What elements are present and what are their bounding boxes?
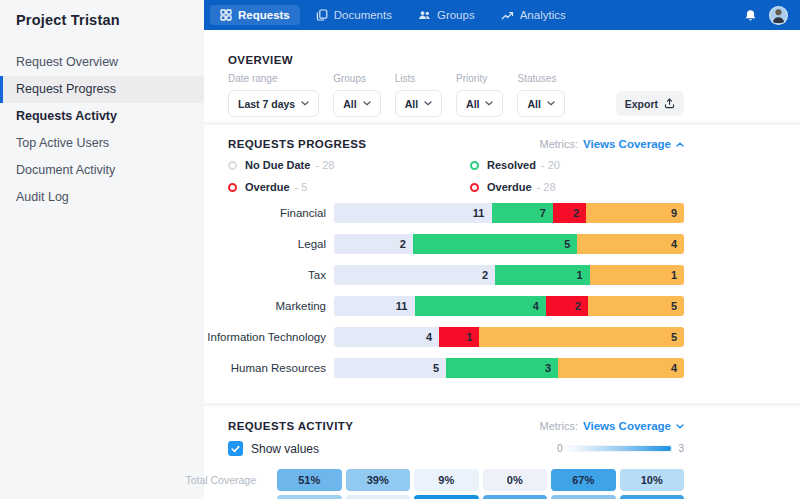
bar-segment-no-due-date[interactable]: 4: [334, 327, 439, 347]
bar-segment-value: 1: [466, 331, 472, 343]
documents-icon: [316, 9, 328, 21]
requests-activity-section: REQUESTS ACTIVITY Metrics: Views Coverag…: [204, 406, 800, 499]
grid-icon: [220, 9, 232, 21]
bar-segment-value: 5: [433, 362, 439, 374]
bell-icon[interactable]: [744, 9, 757, 22]
requests-activity-title: REQUESTS ACTIVITY: [228, 420, 353, 432]
filter-priority-select[interactable]: All: [456, 90, 503, 117]
sidebar-item-requests-activty[interactable]: Requests Activty: [0, 103, 204, 130]
bar-segment-overdue[interactable]: 2: [553, 203, 586, 223]
chevron-down-icon: [424, 101, 432, 106]
filter-groups-select[interactable]: All: [333, 90, 380, 117]
chevron-down-icon: [547, 101, 555, 106]
bar-segment-value: 4: [671, 238, 677, 250]
bar-segment-value: 2: [575, 300, 581, 312]
export-button[interactable]: Export: [616, 91, 684, 116]
metrics-value: Views Coverage: [583, 138, 671, 150]
bar-segment-no-due-date[interactable]: 2: [334, 234, 413, 254]
heatmap-cell[interactable]: 0%: [483, 469, 548, 491]
sidebar-item-top-active-users[interactable]: Top Active Users: [0, 130, 204, 157]
filter-lists: ListsAll: [395, 73, 442, 117]
bar-segment-pending[interactable]: 5: [588, 296, 684, 316]
sidebar-item-document-activity[interactable]: Document Activity: [0, 157, 204, 184]
bar-row-legal: Legal254: [204, 234, 684, 254]
filter-statuses-select[interactable]: All: [517, 90, 564, 117]
groups-icon: [418, 9, 431, 21]
bar-segment-pending[interactable]: 1: [590, 265, 685, 285]
sidebar-item-request-progress[interactable]: Request Progress: [0, 76, 204, 103]
heatmap-cell[interactable]: 12%: [346, 495, 411, 499]
heatmap-cell[interactable]: 67%: [551, 469, 616, 491]
legend-ring-icon: [470, 161, 479, 170]
tab-label: Analytics: [520, 9, 566, 21]
bar-segment-resolved[interactable]: 4: [415, 296, 546, 316]
heatmap-cell[interactable]: 34%: [277, 495, 342, 499]
bar-segment-resolved[interactable]: 3: [446, 358, 558, 378]
coverage-gradient-bar: [568, 445, 672, 452]
bar-segment-resolved[interactable]: 1: [495, 265, 590, 285]
bar-segment-pending[interactable]: 4: [577, 234, 684, 254]
heatmap-cell[interactable]: 38%: [551, 495, 616, 499]
filter-label: Lists: [395, 73, 442, 84]
bar-segment-resolved[interactable]: 7: [492, 203, 553, 223]
tab-groups[interactable]: Groups: [408, 5, 485, 25]
overview-section: OVERVIEW Date rangeLast 7 daysGroupsAllL…: [204, 30, 800, 122]
filter-date-range-select[interactable]: Last 7 days: [228, 90, 319, 117]
bar-segment-no-due-date[interactable]: 5: [334, 358, 446, 378]
metrics-dropdown-activity[interactable]: Metrics: Views Coverage: [539, 420, 684, 432]
filter-statuses: StatusesAll: [517, 73, 564, 117]
bar-segment-value: 5: [564, 238, 570, 250]
bar-segment-value: 7: [540, 207, 546, 219]
show-values-checkbox[interactable]: Show values: [228, 441, 319, 456]
heatmap-row-label-text: Total Coverage: [185, 474, 256, 486]
bar-segment-resolved[interactable]: 5: [413, 234, 578, 254]
filter-label: Statuses: [517, 73, 564, 84]
checkbox-checked-icon[interactable]: [228, 441, 243, 456]
bar-segment-no-due-date[interactable]: 11: [334, 296, 415, 316]
heatmap-cell[interactable]: 78%: [414, 495, 479, 499]
bar-segment-pending[interactable]: 4: [558, 358, 684, 378]
bar-segment-value: 5: [671, 331, 677, 343]
bar-segment-value: 4: [533, 300, 539, 312]
bar-track: 534: [334, 358, 684, 378]
bar-track: 211: [334, 265, 684, 285]
heatmap-cell[interactable]: 9%: [414, 469, 479, 491]
heatmap-cell[interactable]: 64%: [620, 495, 685, 499]
filter-value: All: [343, 98, 356, 110]
heatmap-row-home: ›Home34%12%78%17%38%64%: [204, 495, 684, 499]
avatar[interactable]: [769, 6, 788, 25]
heatmap-cell[interactable]: 51%: [277, 469, 342, 491]
bar-segment-value: 1: [671, 269, 677, 281]
tab-requests[interactable]: Requests: [210, 5, 300, 25]
filter-lists-select[interactable]: All: [395, 90, 442, 117]
metrics-label: Metrics:: [539, 420, 578, 432]
activity-controls: Show values 0 3: [228, 441, 684, 456]
bar-segment-value: 2: [482, 269, 488, 281]
sidebar-item-request-overview[interactable]: Request Overview: [0, 49, 204, 76]
bar-segment-value: 4: [426, 331, 432, 343]
bar-row-human-resources: Human Resources534: [204, 358, 684, 378]
metrics-dropdown-progress[interactable]: Metrics: Views Coverage: [539, 138, 684, 150]
bar-segment-no-due-date[interactable]: 11: [334, 203, 492, 223]
bar-segment-overdue[interactable]: 1: [439, 327, 479, 347]
bar-segment-pending[interactable]: 9: [586, 203, 684, 223]
sidebar-item-audit-log[interactable]: Audit Log: [0, 184, 204, 211]
bar-segment-overdue[interactable]: 2: [546, 296, 588, 316]
bar-category-label: Human Resources: [204, 362, 326, 374]
requests-progress-title: REQUESTS PROGRESS: [228, 138, 366, 150]
tab-analytics[interactable]: Analytics: [491, 5, 576, 25]
bar-segment-pending[interactable]: 5: [479, 327, 684, 347]
heatmap-cell[interactable]: 17%: [483, 495, 548, 499]
filter-groups: GroupsAll: [333, 73, 380, 117]
filter-label: Date range: [228, 73, 319, 84]
tab-label: Documents: [334, 9, 392, 21]
nav-tabs: RequestsDocumentsGroupsAnalytics: [210, 5, 744, 25]
legend-value: - 28: [537, 181, 556, 193]
metrics-value: Views Coverage: [583, 420, 671, 432]
bar-segment-no-due-date[interactable]: 2: [334, 265, 495, 285]
bar-track: 11729: [334, 203, 684, 223]
bar-track: 254: [334, 234, 684, 254]
heatmap-cell[interactable]: 39%: [346, 469, 411, 491]
heatmap-cell[interactable]: 10%: [620, 469, 685, 491]
tab-documents[interactable]: Documents: [306, 5, 402, 25]
